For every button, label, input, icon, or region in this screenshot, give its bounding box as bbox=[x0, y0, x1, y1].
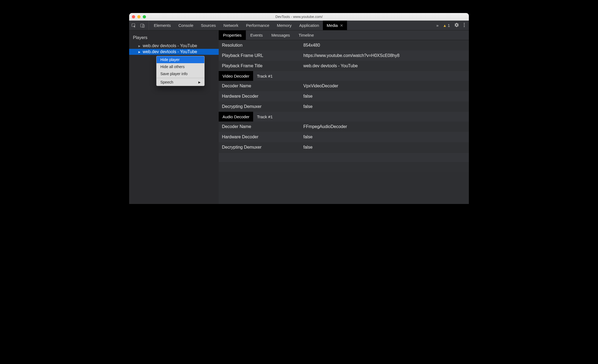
tab-performance[interactable]: Performance bbox=[242, 21, 273, 30]
prop-row-audio-hardware: Hardware Decoder false bbox=[219, 132, 469, 142]
prop-value: false bbox=[303, 135, 466, 139]
section-video-decoder: Video Decoder Track #1 bbox=[219, 71, 469, 81]
tab-media[interactable]: Media ✕ bbox=[323, 21, 347, 30]
devtools-window: DevTools - www.youtube.com/ Elements Con… bbox=[129, 13, 469, 204]
context-menu-hide-all-others[interactable]: Hide all others bbox=[157, 63, 204, 70]
tab-memory[interactable]: Memory bbox=[273, 21, 295, 30]
tab-console[interactable]: Console bbox=[175, 21, 197, 30]
titlebar: DevTools - www.youtube.com/ bbox=[129, 13, 469, 21]
player-item-label: web.dev devtools - YouTube bbox=[143, 43, 197, 48]
traffic-lights bbox=[132, 15, 146, 18]
svg-point-5 bbox=[464, 26, 465, 27]
window-title: DevTools - www.youtube.com/ bbox=[129, 15, 469, 19]
details-subtabs: Properties Events Messages Timeline bbox=[219, 30, 469, 40]
prop-key: Decoder Name bbox=[222, 124, 303, 129]
tab-label: Performance bbox=[246, 23, 269, 28]
window-close-button[interactable] bbox=[132, 15, 135, 18]
prop-value: false bbox=[303, 145, 466, 150]
subtab-label: Messages bbox=[271, 33, 290, 37]
warning-triangle-icon: ▲ bbox=[443, 23, 447, 28]
context-menu-save-player-info[interactable]: Save player info bbox=[157, 70, 204, 77]
section-title: Video Decoder bbox=[219, 71, 253, 81]
svg-point-4 bbox=[464, 24, 465, 25]
tab-application[interactable]: Application bbox=[295, 21, 323, 30]
prop-key: Hardware Decoder bbox=[222, 135, 303, 139]
context-menu-item-label: Save player info bbox=[160, 72, 187, 76]
prop-value: 854x480 bbox=[303, 43, 466, 48]
subtab-properties[interactable]: Properties bbox=[219, 30, 246, 40]
tab-elements[interactable]: Elements bbox=[150, 21, 175, 30]
toolbar-right: » ▲ 1 bbox=[436, 23, 467, 28]
prop-row-playback-url: Playback Frame URL https://www.youtube.c… bbox=[219, 50, 469, 61]
prop-row-video-hardware: Hardware Decoder false bbox=[219, 91, 469, 101]
tab-label: Sources bbox=[201, 23, 216, 28]
context-menu-item-label: Hide all others bbox=[160, 65, 185, 69]
close-tab-icon[interactable]: ✕ bbox=[340, 23, 343, 28]
device-toolbar-icon[interactable] bbox=[140, 23, 145, 28]
panel-tabs: Elements Console Sources Network Perform… bbox=[150, 21, 347, 30]
more-tabs-icon[interactable]: » bbox=[436, 23, 438, 28]
prop-row-playback-title: Playback Frame Title web.dev devtools - … bbox=[219, 61, 469, 71]
subtab-timeline[interactable]: Timeline bbox=[294, 30, 318, 40]
context-menu-speech[interactable]: Speech ▶ bbox=[157, 79, 204, 86]
window-zoom-button[interactable] bbox=[143, 15, 146, 18]
warning-count: 1 bbox=[448, 23, 450, 28]
prop-value: false bbox=[303, 104, 466, 109]
section-audio-decoder: Audio Decoder Track #1 bbox=[219, 112, 469, 122]
settings-gear-icon[interactable] bbox=[454, 23, 459, 28]
context-menu-item-label: Speech bbox=[160, 80, 173, 84]
prop-key: Playback Frame URL bbox=[222, 53, 303, 58]
prop-value: false bbox=[303, 94, 466, 99]
warnings-badge[interactable]: ▲ 1 bbox=[443, 23, 450, 28]
player-item[interactable]: ▶ web.dev devtools - YouTube bbox=[129, 43, 219, 49]
prop-key: Resolution bbox=[222, 43, 303, 48]
players-sidebar: Players ▶ web.dev devtools - YouTube ▶ w… bbox=[129, 30, 219, 204]
player-item-label: web.dev devtools - YouTube bbox=[143, 49, 197, 54]
subtab-label: Events bbox=[250, 33, 263, 37]
prop-value: https://www.youtube.com/watch?v=H0XScE08… bbox=[303, 53, 466, 58]
section-track: Track #1 bbox=[253, 71, 276, 81]
submenu-caret-icon: ▶ bbox=[198, 81, 201, 84]
details-pane: Properties Events Messages Timeline Reso… bbox=[219, 30, 469, 204]
prop-row-resolution: Resolution 854x480 bbox=[219, 40, 469, 50]
svg-point-3 bbox=[464, 23, 465, 24]
prop-row-video-decoder-name: Decoder Name VpxVideoDecoder bbox=[219, 81, 469, 91]
kebab-menu-icon[interactable] bbox=[463, 23, 465, 28]
tab-network[interactable]: Network bbox=[220, 21, 242, 30]
prop-row-audio-decrypting: Decrypting Demuxer false bbox=[219, 142, 469, 152]
tab-sources[interactable]: Sources bbox=[197, 21, 220, 30]
tab-label: Console bbox=[179, 23, 193, 28]
svg-rect-1 bbox=[141, 24, 144, 27]
subtab-label: Properties bbox=[223, 33, 241, 37]
context-menu: Hide player Hide all others Save player … bbox=[156, 56, 205, 86]
prop-value: VpxVideoDecoder bbox=[303, 84, 466, 88]
context-menu-item-label: Hide player bbox=[160, 58, 180, 62]
subtab-messages[interactable]: Messages bbox=[267, 30, 294, 40]
section-track: Track #1 bbox=[253, 112, 276, 122]
play-triangle-icon: ▶ bbox=[138, 50, 141, 53]
window-minimize-button[interactable] bbox=[137, 15, 141, 18]
tab-label: Memory bbox=[277, 23, 292, 28]
subtab-events[interactable]: Events bbox=[246, 30, 267, 40]
prop-key: Hardware Decoder bbox=[222, 94, 303, 99]
inspect-element-icon[interactable] bbox=[131, 23, 136, 28]
devtools-toolbar: Elements Console Sources Network Perform… bbox=[129, 21, 469, 30]
prop-key: Playback Frame Title bbox=[222, 63, 303, 68]
context-menu-hide-player[interactable]: Hide player bbox=[157, 56, 204, 63]
tab-label: Network bbox=[224, 23, 238, 28]
panel-body: Players ▶ web.dev devtools - YouTube ▶ w… bbox=[129, 30, 469, 204]
empty-row bbox=[219, 152, 469, 162]
prop-key: Decrypting Demuxer bbox=[222, 145, 303, 150]
properties-grid: Resolution 854x480 Playback Frame URL ht… bbox=[219, 40, 469, 172]
prop-value: FFmpegAudioDecoder bbox=[303, 124, 466, 129]
prop-row-video-decrypting: Decrypting Demuxer false bbox=[219, 101, 469, 112]
sidebar-heading: Players bbox=[129, 34, 219, 43]
tab-label: Media bbox=[327, 23, 338, 28]
prop-row-audio-decoder-name: Decoder Name FFmpegAudioDecoder bbox=[219, 122, 469, 132]
prop-value: web.dev devtools - YouTube bbox=[303, 63, 466, 68]
prop-key: Decrypting Demuxer bbox=[222, 104, 303, 109]
play-triangle-icon: ▶ bbox=[138, 44, 141, 47]
prop-key: Decoder Name bbox=[222, 84, 303, 88]
section-title: Audio Decoder bbox=[219, 112, 253, 122]
player-item-selected[interactable]: ▶ web.dev devtools - YouTube bbox=[129, 49, 219, 55]
